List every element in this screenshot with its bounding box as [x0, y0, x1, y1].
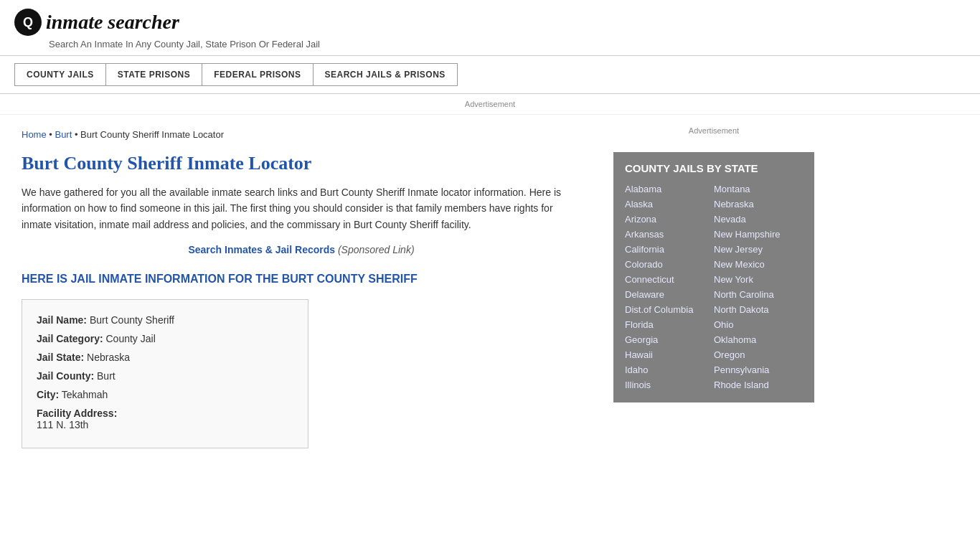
state-link-oregon[interactable]: Oregon	[714, 347, 803, 362]
state-link-montana[interactable]: Montana	[714, 182, 803, 197]
main-layout: Home • Burt • Burt County Sheriff Inmate…	[0, 115, 980, 463]
state-link-pennsylvania[interactable]: Pennsylvania	[714, 362, 803, 377]
info-row-state: Jail State: Nebraska	[37, 352, 293, 363]
sidebar-ad: Advertisement	[613, 122, 814, 139]
jail-info-box: Jail Name: Burt County Sheriff Jail Cate…	[22, 299, 308, 448]
info-row-category: Jail Category: County Jail	[37, 333, 293, 344]
state-link-alabama[interactable]: Alabama	[625, 182, 714, 197]
state-link-new-hampshire[interactable]: New Hampshire	[714, 227, 803, 242]
breadcrumb-home[interactable]: Home	[22, 129, 47, 140]
page-title: Burt County Sheriff Inmate Locator	[22, 153, 581, 174]
jail-county-label: Jail County:	[37, 370, 94, 382]
state-link-connecticut[interactable]: Connecticut	[625, 272, 714, 287]
state-link-delaware[interactable]: Delaware	[625, 287, 714, 302]
ad-top-banner: Advertisement	[0, 94, 980, 115]
info-row-address: Facility Address: 111 N. 13th	[37, 408, 293, 430]
jail-category-value: County Jail	[105, 333, 155, 344]
state-link-rhode-island[interactable]: Rhode Island	[714, 377, 803, 392]
jail-name-label: Jail Name:	[37, 314, 87, 326]
info-row-name: Jail Name: Burt County Sheriff	[37, 314, 293, 326]
sidebar: Advertisement COUNTY JAILS BY STATE Alab…	[603, 115, 825, 463]
jail-category-label: Jail Category:	[37, 333, 103, 344]
city-value: Tekahmah	[62, 389, 108, 400]
header: Qinmate searcher Search An Inmate In Any…	[0, 0, 980, 56]
state-box: COUNTY JAILS BY STATE AlabamaAlaskaArizo…	[613, 152, 814, 402]
state-box-title: COUNTY JAILS BY STATE	[625, 162, 803, 174]
state-link-dist.of-columbia[interactable]: Dist.of Columbia	[625, 302, 714, 317]
jail-county-value: Burt	[97, 370, 116, 382]
search-inmates-link[interactable]: Search Inmates & Jail Records	[188, 244, 335, 255]
state-link-nebraska[interactable]: Nebraska	[714, 197, 803, 212]
breadcrumb: Home • Burt • Burt County Sheriff Inmate…	[22, 129, 581, 140]
state-col-right: MontanaNebraskaNevadaNew HampshireNew Je…	[714, 182, 803, 392]
state-link-new-jersey[interactable]: New Jersey	[714, 242, 803, 257]
tagline: Search An Inmate In Any County Jail, Sta…	[49, 39, 966, 50]
state-link-arkansas[interactable]: Arkansas	[625, 227, 714, 242]
facility-address-value: 111 N. 13th	[37, 419, 88, 430]
facility-address-label: Facility Address:	[37, 408, 117, 419]
city-label: City:	[37, 389, 59, 400]
state-link-north-carolina[interactable]: North Carolina	[714, 287, 803, 302]
nav-state-prisons[interactable]: STATE PRISONS	[105, 63, 202, 86]
state-columns: AlabamaAlaskaArizonaArkansasCaliforniaCo…	[625, 182, 803, 392]
jail-name-value: Burt County Sheriff	[90, 314, 174, 326]
logo-icon: Q	[14, 9, 42, 36]
state-link-florida[interactable]: Florida	[625, 317, 714, 332]
state-link-arizona[interactable]: Arizona	[625, 212, 714, 227]
state-link-illinois[interactable]: Illinois	[625, 377, 714, 392]
nav-bar: COUNTY JAILS STATE PRISONS FEDERAL PRISO…	[0, 56, 980, 94]
breadcrumb-burt[interactable]: Burt	[55, 129, 72, 140]
description: We have gathered for you all the availab…	[22, 184, 581, 232]
logo-text: inmate searcher	[46, 11, 179, 34]
info-row-city: City: Tekahmah	[37, 389, 293, 400]
state-link-hawaii[interactable]: Hawaii	[625, 347, 714, 362]
state-link-oklahoma[interactable]: Oklahoma	[714, 332, 803, 347]
nav-search-jails[interactable]: SEARCH JAILS & PRISONS	[313, 63, 458, 86]
logo-area: Qinmate searcher	[14, 9, 966, 36]
state-link-california[interactable]: California	[625, 242, 714, 257]
search-link-area: Search Inmates & Jail Records (Sponsored…	[22, 244, 581, 255]
info-row-county: Jail County: Burt	[37, 370, 293, 382]
state-link-ohio[interactable]: Ohio	[714, 317, 803, 332]
state-col-left: AlabamaAlaskaArizonaArkansasCaliforniaCo…	[625, 182, 714, 392]
state-link-alaska[interactable]: Alaska	[625, 197, 714, 212]
breadcrumb-current: Burt County Sheriff Inmate Locator	[80, 129, 224, 140]
nav-county-jails[interactable]: COUNTY JAILS	[14, 63, 105, 86]
main-content: Home • Burt • Burt County Sheriff Inmate…	[0, 115, 603, 463]
state-link-north-dakota[interactable]: North Dakota	[714, 302, 803, 317]
jail-state-value: Nebraska	[87, 352, 130, 363]
state-link-idaho[interactable]: Idaho	[625, 362, 714, 377]
jail-state-label: Jail State:	[37, 352, 84, 363]
state-link-new-york[interactable]: New York	[714, 272, 803, 287]
state-link-new-mexico[interactable]: New Mexico	[714, 257, 803, 272]
nav-federal-prisons[interactable]: FEDERAL PRISONS	[202, 63, 312, 86]
jail-info-heading: HERE IS JAIL INMATE INFORMATION FOR THE …	[22, 271, 581, 287]
state-link-nevada[interactable]: Nevada	[714, 212, 803, 227]
sponsored-text: (Sponsored Link)	[338, 244, 415, 255]
state-link-georgia[interactable]: Georgia	[625, 332, 714, 347]
state-link-colorado[interactable]: Colorado	[625, 257, 714, 272]
